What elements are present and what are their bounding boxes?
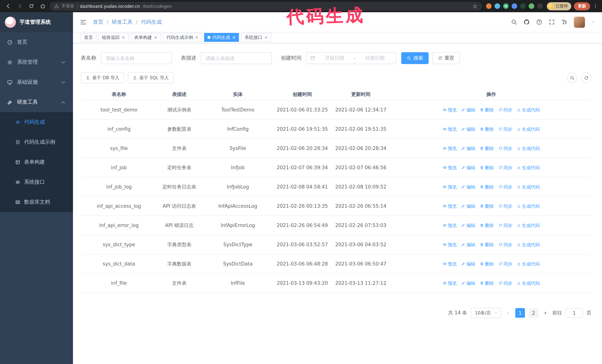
browser-home-button[interactable] [38,2,47,10]
close-tab-icon[interactable]: × [154,35,157,40]
goto-page-input[interactable] [566,308,583,318]
generate-code-link[interactable]: 生成代码 [517,145,540,152]
preview-link[interactable]: 预览 [443,183,457,190]
page-size-select[interactable]: 10条/页 [471,308,501,318]
delete-link[interactable]: 删除 [480,279,494,287]
tab-code-generation[interactable]: 代码生成× [204,33,239,42]
sidebar-item-dev-tools[interactable]: 研发工具 [0,92,73,112]
sync-link[interactable]: 同步 [498,279,512,287]
fullscreen-icon[interactable] [549,19,555,25]
sync-link[interactable]: 同步 [498,164,512,171]
sidebar-logo[interactable]: 芋道管理系统 [0,12,73,32]
generate-code-link[interactable]: 生成代码 [517,241,540,248]
delete-link[interactable]: 删除 [480,145,494,152]
github-icon[interactable] [524,19,530,25]
font-size-icon[interactable] [561,19,568,25]
sidebar-item-system-management[interactable]: 系统管理 [0,52,73,72]
generate-code-link[interactable]: 生成代码 [517,106,540,114]
delete-link[interactable]: 删除 [480,183,494,190]
next-page-button[interactable]: › [542,310,549,316]
generate-code-link[interactable]: 生成代码 [517,279,540,287]
delete-link[interactable]: 删除 [480,222,494,229]
sidebar-item-code-generation[interactable]: 代码生成 [0,112,73,132]
header-search-icon[interactable] [511,19,517,25]
preview-link[interactable]: 预览 [443,125,457,133]
generate-code-link[interactable]: 生成代码 [517,183,540,190]
extension-pin-icon[interactable] [537,3,543,9]
delete-link[interactable]: 删除 [480,260,494,268]
create-time-range-picker[interactable]: 开始日期 - 结束日期 [306,52,396,64]
close-tab-icon[interactable]: × [232,35,236,40]
sync-link[interactable]: 同步 [498,106,512,114]
import-sql-button[interactable]: 基于 SQL 导入 [128,72,173,83]
sync-link[interactable]: 同步 [498,202,512,210]
extension-grid-icon[interactable] [512,3,517,9]
prev-page-button[interactable]: ‹ [505,310,512,316]
delete-link[interactable]: 删除 [480,106,494,114]
tab-codegen-example[interactable]: 代码生成示例× [163,33,202,42]
table-desc-input[interactable] [201,52,272,64]
preview-link[interactable]: 预览 [443,241,457,248]
sync-link[interactable]: 同步 [498,241,512,248]
import-db-button[interactable]: 基于 DB 导入 [81,72,124,83]
browser-forward-button[interactable] [15,2,24,10]
user-avatar[interactable] [574,16,585,28]
browser-menu-icon[interactable] [593,3,598,9]
reset-button[interactable]: 重置 [432,52,460,64]
sync-link[interactable]: 同步 [498,260,512,268]
sidebar-item-system-api[interactable]: 系统接口 [0,172,73,192]
sidebar-item-form-builder[interactable]: 表单构建 [0,152,73,172]
extension-v-circle-icon[interactable]: V [503,3,509,9]
breadcrumb-home[interactable]: 首页 [93,19,103,25]
profile-paused-badge[interactable]: 已暂停 [547,2,571,10]
browser-back-button[interactable] [4,2,13,10]
edit-link[interactable]: 编辑 [461,145,475,152]
tab-trace[interactable]: 链路追踪× [98,33,129,42]
preview-link[interactable]: 预览 [443,145,457,152]
breadcrumb-devtools[interactable]: 研发工具 [112,19,132,25]
generate-code-link[interactable]: 生成代码 [517,164,540,171]
bookmark-star-icon[interactable] [472,3,478,9]
edit-link[interactable]: 编辑 [461,125,475,133]
extension-capture-icon[interactable] [520,3,526,9]
preview-link[interactable]: 预览 [443,106,457,114]
sync-link[interactable]: 同步 [498,222,512,229]
address-bar[interactable]: 不安全 dashboard.yudao.iocoder.cn/tool/code… [50,2,482,10]
close-tab-icon[interactable]: × [264,35,268,40]
close-tab-icon[interactable]: × [121,35,125,40]
edit-link[interactable]: 编辑 [461,279,475,287]
extension-leaf-icon[interactable] [529,3,534,9]
delete-link[interactable]: 删除 [480,202,494,210]
close-tab-icon[interactable]: × [195,35,199,40]
generate-code-link[interactable]: 生成代码 [517,222,540,229]
edit-link[interactable]: 编辑 [461,106,475,114]
preview-link[interactable]: 预览 [443,222,457,229]
tab-system-api[interactable]: 系统接口× [241,33,271,42]
sync-link[interactable]: 同步 [498,145,512,152]
preview-link[interactable]: 预览 [443,164,457,171]
browser-reload-button[interactable] [27,2,36,10]
refresh-table-button[interactable] [581,73,591,83]
sidebar-item-infrastructure[interactable]: 基础设施 [0,72,73,92]
page-1-button[interactable]: 1 [515,308,525,318]
delete-link[interactable]: 删除 [480,125,494,133]
page-2-button[interactable]: 2 [529,308,538,318]
generate-code-link[interactable]: 生成代码 [517,125,540,133]
edit-link[interactable]: 编辑 [461,222,475,229]
preview-link[interactable]: 预览 [443,202,457,210]
generate-code-link[interactable]: 生成代码 [517,260,540,268]
delete-link[interactable]: 删除 [480,164,494,171]
sync-link[interactable]: 同步 [498,183,512,190]
search-button[interactable]: 搜索 [401,52,429,64]
sidebar-item-home[interactable]: 首页 [0,32,73,52]
sync-link[interactable]: 同步 [498,125,512,133]
edit-link[interactable]: 编辑 [461,183,475,190]
browser-update-button[interactable]: 更新 [574,2,590,10]
help-icon[interactable] [536,19,542,25]
preview-link[interactable]: 预览 [443,260,457,268]
edit-link[interactable]: 编辑 [461,241,475,248]
table-name-input[interactable] [101,52,172,64]
extension-drop-icon[interactable] [494,3,500,9]
sidebar-item-database-docs[interactable]: 数据库文档 [0,192,73,212]
generate-code-link[interactable]: 生成代码 [517,202,540,210]
